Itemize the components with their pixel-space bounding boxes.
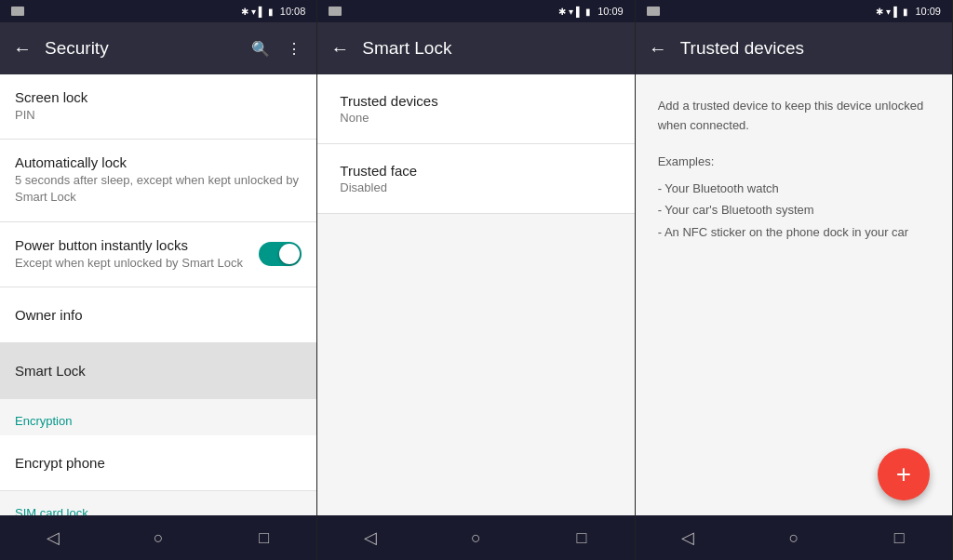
auto-lock-subtitle: 5 seconds after sleep, except when kept … xyxy=(15,172,302,206)
battery-icon-sl: ▮ xyxy=(585,7,591,17)
nav-back-security[interactable]: ◁ xyxy=(31,515,75,560)
power-button-text: Power button instantly locks Except when… xyxy=(15,237,259,272)
trusted-desc: Add a trusted device to keep this device… xyxy=(636,74,952,151)
nav-home-icon-sl: ○ xyxy=(471,528,481,548)
signal-icon: ▌ xyxy=(259,7,265,17)
trusted-devices-panel: ✱ ▾ ▌ ▮ 10:09 ← Trusted devices Add a tr… xyxy=(636,0,953,560)
sim-lock-header: SIM card lock xyxy=(0,491,316,515)
nav-home-td[interactable]: ○ xyxy=(772,515,816,560)
auto-lock-title: Automatically lock xyxy=(15,154,302,170)
example-2: - Your car's Bluetooth system xyxy=(658,199,930,220)
bluetooth-icon-td: ✱ xyxy=(876,7,883,17)
smartlock-divider2 xyxy=(317,213,634,214)
owner-info-text: Owner info xyxy=(15,307,302,323)
smart-lock-item[interactable]: Smart Lock xyxy=(0,343,316,399)
toolbar-actions-security: 🔍 ⋮ xyxy=(246,33,309,63)
trusted-devices-subtitle: None xyxy=(340,111,611,125)
screen-lock-text: Screen lock PIN xyxy=(15,89,302,124)
trusted-face-item[interactable]: Trusted face Disabled xyxy=(317,144,634,213)
screen-lock-subtitle: PIN xyxy=(15,107,302,124)
nav-back-sl[interactable]: ◁ xyxy=(348,515,393,560)
back-arrow-icon: ← xyxy=(13,38,32,60)
battery-icon-td: ▮ xyxy=(903,7,908,17)
status-time-smartlock: 10:09 xyxy=(597,6,624,17)
status-time-td: 10:09 xyxy=(915,6,941,17)
nav-back-icon-sl: ◁ xyxy=(364,527,377,548)
smartlock-content: Trusted devices None Trusted face Disabl… xyxy=(317,74,634,515)
nav-recent-td[interactable]: □ xyxy=(877,515,921,560)
nav-recent-sl[interactable]: □ xyxy=(559,515,604,560)
search-button[interactable]: 🔍 xyxy=(246,33,275,63)
encryption-header: Encryption xyxy=(0,399,316,435)
back-button-security[interactable]: ← xyxy=(7,33,37,63)
toolbar-security: ← Security 🔍 ⋮ xyxy=(0,22,316,74)
back-button-smartlock[interactable]: ← xyxy=(325,33,355,63)
nav-back-td[interactable]: ◁ xyxy=(665,515,710,560)
wifi-icon: ▾ xyxy=(251,7,256,17)
toolbar-td: ← Trusted devices xyxy=(636,22,952,74)
smart-lock-text: Smart Lock xyxy=(15,363,302,379)
bluetooth-icon: ✱ xyxy=(241,7,248,17)
power-button-subtitle: Except when kept unlocked by Smart Lock xyxy=(15,255,259,272)
trusted-face-subtitle: Disabled xyxy=(340,180,611,194)
nav-home-icon-td: ○ xyxy=(788,528,799,548)
auto-lock-text: Automatically lock 5 seconds after sleep… xyxy=(15,154,302,206)
fab-plus-icon: + xyxy=(896,460,911,489)
status-icons-smartlock: ✱ ▾ ▌ ▮ 10:09 xyxy=(558,6,624,17)
nav-home-sl[interactable]: ○ xyxy=(453,515,498,560)
signal-icon-sl: ▌ xyxy=(576,7,583,17)
smart-lock-title: Smart Lock xyxy=(15,363,302,379)
toolbar-title-smartlock: Smart Lock xyxy=(362,38,626,59)
owner-info-title: Owner info xyxy=(15,307,302,323)
example-1: - Your Bluetooth watch xyxy=(658,178,930,199)
more-icon: ⋮ xyxy=(287,40,302,58)
bluetooth-icon-sl: ✱ xyxy=(558,7,566,17)
trusted-devices-item[interactable]: Trusted devices None xyxy=(317,74,634,143)
owner-info-item[interactable]: Owner info xyxy=(0,287,316,343)
examples-label: Examples: xyxy=(658,151,930,172)
status-time-security: 10:08 xyxy=(280,6,306,17)
bottom-nav-security: ◁ ○ □ xyxy=(0,515,316,560)
nav-home-security[interactable]: ○ xyxy=(136,515,181,560)
screen-lock-item[interactable]: Screen lock PIN xyxy=(0,74,316,140)
search-icon: 🔍 xyxy=(251,40,270,58)
image-icon-smartlock xyxy=(329,7,342,16)
trusted-examples: Examples: - Your Bluetooth watch - Your … xyxy=(636,151,952,259)
toolbar-title-security: Security xyxy=(45,38,238,59)
image-icon-security xyxy=(11,7,24,16)
nav-recent-security[interactable]: □ xyxy=(242,515,287,560)
status-bar-security: ✱ ▾ ▌ ▮ 10:08 xyxy=(0,0,316,22)
bottom-nav-td: ◁ ○ □ xyxy=(636,515,952,560)
back-button-td[interactable]: ← xyxy=(643,33,673,63)
wifi-icon-sl: ▾ xyxy=(569,7,573,17)
power-button-item[interactable]: Power button instantly locks Except when… xyxy=(0,222,316,287)
status-bar-td: ✱ ▾ ▌ ▮ 10:09 xyxy=(636,0,952,22)
toolbar-smartlock: ← Smart Lock xyxy=(317,22,634,74)
power-button-title: Power button instantly locks xyxy=(15,237,259,253)
status-icons-td: ✱ ▾ ▌ ▮ 10:09 xyxy=(876,6,941,17)
security-content: Screen lock PIN Automatically lock 5 sec… xyxy=(0,74,316,515)
encrypt-phone-text: Encrypt phone xyxy=(15,455,302,471)
power-lock-toggle[interactable] xyxy=(259,242,302,266)
trusted-face-title: Trusted face xyxy=(340,163,611,179)
encrypt-phone-title: Encrypt phone xyxy=(15,455,302,471)
toolbar-title-td: Trusted devices xyxy=(680,38,945,59)
back-arrow-icon-sl: ← xyxy=(330,38,349,60)
nav-recent-icon: □ xyxy=(259,528,269,548)
nav-recent-icon-td: □ xyxy=(894,528,905,548)
screen-lock-title: Screen lock xyxy=(15,89,302,105)
nav-home-icon: ○ xyxy=(154,528,164,548)
status-icons-security: ✱ ▾ ▌ ▮ 10:08 xyxy=(241,6,306,17)
signal-icon-td: ▌ xyxy=(893,7,900,17)
encrypt-phone-item[interactable]: Encrypt phone xyxy=(0,435,316,491)
wifi-icon-td: ▾ xyxy=(886,7,891,17)
example-3: - An NFC sticker on the phone dock in yo… xyxy=(658,221,930,243)
nav-back-icon-td: ◁ xyxy=(681,527,694,548)
more-button[interactable]: ⋮ xyxy=(279,33,309,63)
battery-icon: ▮ xyxy=(268,7,274,17)
smartlock-panel: ✱ ▾ ▌ ▮ 10:09 ← Smart Lock Trusted devic… xyxy=(317,0,635,560)
add-trusted-device-fab[interactable]: + xyxy=(878,448,930,500)
nav-back-icon: ◁ xyxy=(47,527,60,548)
auto-lock-item[interactable]: Automatically lock 5 seconds after sleep… xyxy=(0,140,316,221)
nav-recent-icon-sl: □ xyxy=(576,528,586,548)
